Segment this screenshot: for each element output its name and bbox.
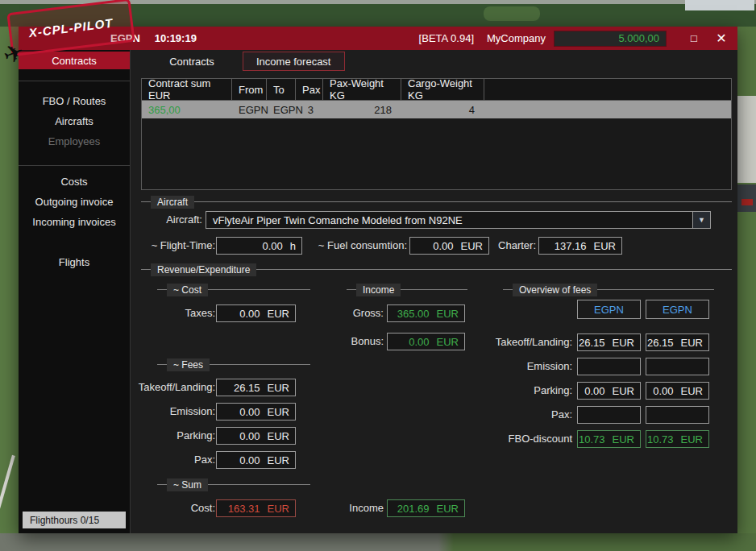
- sidebar-item-contracts[interactable]: Contracts: [19, 52, 130, 69]
- sidebar-item-incoming-invoices[interactable]: Incoming invoices: [19, 213, 130, 231]
- ov-parking-label: Parking:: [445, 382, 572, 400]
- col-header-cargo-weight: Cargo-Weight KG: [401, 79, 484, 100]
- sidebar-divider: [19, 81, 130, 81]
- close-icon: ✕: [716, 31, 726, 46]
- ov-emission-field-b: [646, 358, 709, 375]
- sidebar-item-flights[interactable]: Flights: [19, 254, 130, 271]
- ov-fbo-discount-label: FBO-discount: [445, 430, 572, 448]
- fee-value: 26.15: [234, 382, 260, 394]
- content-panel: Contracts Income forecast Contract sum E…: [131, 50, 737, 533]
- cell-pax: 3: [296, 101, 323, 118]
- ov-value: 0.00: [584, 385, 604, 397]
- fee-value: 0.00: [239, 406, 260, 418]
- gross-field: 365.00 EUR: [387, 304, 465, 322]
- sum-income-label: Income: [316, 499, 384, 517]
- window-body: Contracts FBO / Routes Aircrafts Employe…: [19, 50, 737, 533]
- ov-pax-field-b: [646, 406, 709, 424]
- ov-value: 26.15: [647, 337, 674, 349]
- sum-legend-text: ~ Sum: [167, 478, 208, 491]
- company-balance-display: 5.000,00: [554, 31, 667, 47]
- sidebar-divider: [19, 165, 130, 166]
- charter-value: 137.16: [555, 240, 587, 252]
- col-header-pax: Pax: [296, 79, 323, 100]
- contract-row-selected[interactable]: 365,00 EGPN EGPN 3 218 4: [142, 101, 731, 118]
- titlebar: X-CPL-PILOT ✈ EGPN 10:19:19 [BETA 0.94] …: [19, 27, 737, 50]
- fees-pax-field: 0.00 EUR: [216, 451, 296, 469]
- cell-from: EGPN: [232, 101, 267, 118]
- ov-fbo-discount-field-a: 10.73 EUR: [577, 430, 641, 448]
- tab-bar: Contracts Income forecast: [141, 52, 345, 71]
- income-group-legend: Income: [347, 283, 467, 296]
- aircraft-select[interactable]: vFlyteAir Piper Twin Comanche Modeled fr…: [206, 211, 711, 229]
- scenery-cars: [737, 184, 756, 212]
- sum-income-value: 201.69: [397, 503, 430, 515]
- sidebar-item-aircrafts[interactable]: Aircrafts: [19, 113, 130, 130]
- ov-takeoff-landing-field-b: 26.15 EUR: [646, 334, 709, 351]
- ov-emission-field-a: [577, 358, 641, 375]
- fees-emission-field: 0.00 EUR: [216, 403, 296, 420]
- cost-group-legend: ~ Cost: [157, 283, 310, 296]
- taxes-label: Taxes:: [141, 304, 215, 322]
- cost-legend-text: ~ Cost: [167, 284, 208, 296]
- aircraft-label: Aircraft:: [141, 211, 202, 229]
- minimize-button[interactable]: □: [686, 31, 702, 47]
- bonus-label: Bonus:: [316, 333, 384, 350]
- fees-emission-label: Emission:: [133, 403, 215, 420]
- minimize-icon: □: [691, 32, 697, 44]
- flight-time-label: ~ Flight-Time:: [135, 237, 215, 255]
- income-legend-text: Income: [356, 284, 401, 296]
- col-header-to: To: [267, 79, 296, 100]
- ov-unit: EUR: [613, 337, 634, 349]
- aircraft-group-legend: Aircraft: [141, 195, 732, 209]
- taxes-unit: EUR: [268, 308, 289, 320]
- scenery-sky-patch: [685, 0, 754, 10]
- xcpl-pilot-window: X-CPL-PILOT ✈ EGPN 10:19:19 [BETA 0.94] …: [19, 27, 737, 533]
- sidebar-item-fbo-routes[interactable]: FBO / Routes: [19, 93, 130, 110]
- sum-cost-field: 163.31 EUR: [216, 499, 296, 517]
- ov-unit: EUR: [681, 337, 703, 349]
- aircraft-select-dropdown-button[interactable]: ▼: [692, 212, 710, 228]
- sum-income-field: 201.69 EUR: [387, 499, 465, 517]
- fuel-value: 0.00: [433, 240, 453, 252]
- col-header-filler: [484, 79, 731, 100]
- fees-overview-legend: Overview of fees: [503, 283, 714, 296]
- ov-value: 10.73: [647, 433, 674, 445]
- ov-value: 26.15: [579, 337, 605, 349]
- tab-contracts[interactable]: Contracts: [141, 52, 243, 71]
- scenery-building: [737, 96, 756, 183]
- beta-version-label: [BETA 0.94]: [419, 32, 474, 44]
- sum-cost-value: 163.31: [228, 503, 260, 515]
- tab-income-forecast[interactable]: Income forecast: [243, 52, 345, 71]
- contracts-table-header: Contract sum EUR From To Pax Pax-Weight …: [142, 79, 731, 101]
- company-name-label: MyCompany: [487, 32, 546, 44]
- sidebar-item-employees[interactable]: Employees: [19, 133, 130, 151]
- ov-parking-field-a: 0.00 EUR: [577, 382, 641, 400]
- titlebar-time: 10:19:19: [155, 32, 197, 44]
- flighthours-status: Flighthours 0/15: [23, 512, 126, 528]
- ov-fbo-discount-field-b: 10.73 EUR: [646, 430, 709, 448]
- close-button[interactable]: ✕: [713, 31, 729, 47]
- fee-airport-button-departure[interactable]: EGPN: [577, 300, 641, 319]
- charter-field: 137.16 EUR: [538, 237, 622, 255]
- runway-marking: [0, 455, 15, 512]
- sidebar-item-outgoing-invoice[interactable]: Outgoing invoice: [19, 193, 130, 211]
- sidebar-item-costs[interactable]: Costs: [19, 173, 130, 191]
- fee-unit: EUR: [268, 454, 289, 466]
- charter-label: Charter:: [479, 237, 536, 255]
- cell-to: EGPN: [267, 101, 296, 118]
- fee-unit: EUR: [268, 406, 289, 418]
- cell-pax-weight: 218: [323, 101, 401, 118]
- fees-legend-text: ~ Fees: [167, 358, 210, 371]
- fee-unit: EUR: [268, 430, 289, 442]
- ov-takeoff-landing-field-a: 26.15 EUR: [577, 334, 641, 351]
- sidebar: Contracts FBO / Routes Aircrafts Employe…: [19, 50, 131, 533]
- col-header-pax-weight: Pax-Weight KG: [323, 79, 401, 100]
- ov-takeoff-landing-label: Takeoff/Landing:: [445, 334, 572, 351]
- fee-value: 0.00: [239, 454, 260, 466]
- scenery-right: [737, 27, 756, 533]
- ov-value: 10.73: [579, 433, 605, 445]
- chevron-down-icon: ▼: [698, 216, 705, 224]
- aircraft-legend-text: Aircraft: [151, 196, 194, 209]
- fee-airport-button-arrival[interactable]: EGPN: [646, 300, 709, 319]
- cell-cargo-weight: 4: [401, 101, 484, 118]
